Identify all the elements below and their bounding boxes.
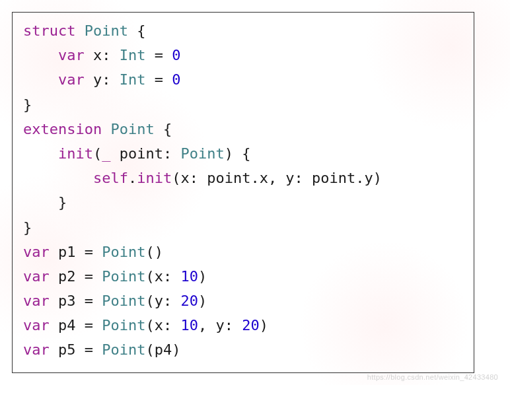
code-content: struct Point { var x: Int = 0 var y: Int… — [23, 22, 382, 358]
code-block: struct Point { var x: Int = 0 var y: Int… — [12, 12, 474, 373]
attribution-text: https://blog.csdn.net/weixin_42433480 — [367, 372, 498, 384]
